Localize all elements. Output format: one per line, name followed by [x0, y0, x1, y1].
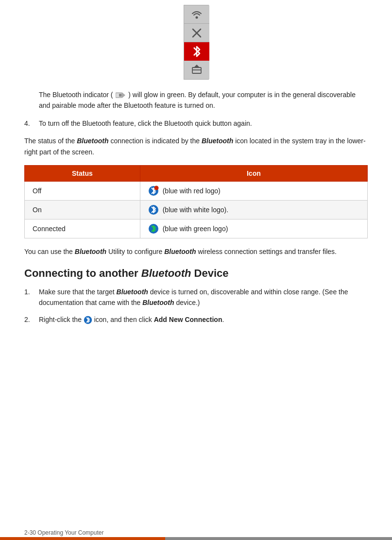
section-heading: Connecting to another Bluetooth Device — [24, 267, 368, 281]
step1: 1. Make sure that the target Bluetooth d… — [24, 287, 368, 308]
status-off-label: Off — [25, 181, 140, 200]
footer-bar-gray — [165, 537, 392, 540]
arrow-icon — [116, 91, 125, 99]
step1-end: device.) — [174, 299, 200, 306]
icon-on-label: (blue with white logo). — [163, 206, 228, 214]
utility-before: You can use the — [24, 248, 75, 255]
svg-point-0 — [195, 16, 198, 18]
step2-bt-icon — [84, 316, 92, 324]
table-row-connected: Connected (blue with green logo) — [25, 219, 368, 238]
bluetooth-active-icon — [191, 45, 202, 58]
step2-bold: Add New Connection — [154, 316, 222, 323]
step1-italic: Bluetooth — [117, 288, 148, 296]
footer-bar-orange — [0, 537, 165, 540]
bt-icon-off — [148, 186, 159, 196]
bt-arrow-indicator — [116, 91, 125, 99]
status-intro-para: The status of the Bluetooth connection i… — [24, 135, 368, 157]
card-icon — [190, 64, 203, 76]
status-connected-label: Connected — [25, 219, 140, 238]
card-icon-row — [184, 61, 209, 79]
step4-num: 4. — [24, 118, 39, 129]
svg-rect-8 — [119, 94, 121, 97]
wifi-icon — [190, 8, 204, 21]
status-intro-word1: Bluetooth — [77, 137, 108, 145]
step1-text: Make sure that the target Bluetooth devi… — [39, 287, 368, 308]
status-intro-mid: connection is indicated by the — [109, 137, 202, 145]
icon-connected-cell: (blue with green logo) — [140, 219, 367, 238]
utility-end: wireless connection settings and transfe… — [196, 248, 337, 255]
status-intro-before: The status of the — [24, 137, 77, 145]
table-row-on: On (blue with white logo). — [25, 200, 368, 219]
step4: 4. To turn off the Bluetooth feature, cl… — [24, 118, 368, 129]
icon-on-cell: (blue with white logo). — [140, 200, 367, 219]
svg-point-10 — [154, 186, 158, 190]
svg-marker-5 — [194, 65, 200, 68]
bluetooth-active-icon-row — [184, 42, 209, 61]
para1-text-before: The Bluetooth indicator ( — [39, 91, 113, 99]
utility-word2: Bluetooth — [164, 248, 196, 255]
step1-italic2: Bluetooth — [142, 299, 174, 306]
table-header-status: Status — [25, 165, 140, 181]
icon-off-label: (blue with red logo) — [163, 187, 221, 195]
scissors-icon — [190, 27, 203, 39]
scissors-icon-row — [184, 24, 209, 42]
svg-marker-7 — [122, 92, 125, 98]
top-image-area — [24, 5, 368, 80]
section-heading-after: Device — [191, 267, 228, 279]
table-row-off: Off (blue with red logo) — [25, 181, 368, 200]
icon-panel — [184, 5, 209, 80]
icon-off-cell: (blue with red logo) — [140, 181, 367, 200]
icon-on-content: (blue with white logo). — [148, 204, 359, 215]
status-intro-word2: Bluetooth — [202, 137, 233, 145]
bt-icon-on — [148, 204, 159, 215]
wifi-icon-row — [184, 5, 209, 24]
step2-before: Right-click the — [39, 316, 84, 323]
paragraph1: The Bluetooth indicator ( ) will glow in… — [39, 89, 368, 111]
bt-icon-connected — [148, 223, 159, 234]
step2-mid: icon, and then click — [94, 316, 154, 323]
step2: 2. Right-click the icon, and then click … — [24, 314, 368, 325]
utility-word1: Bluetooth — [75, 248, 106, 255]
utility-mid: Utility to configure — [106, 248, 164, 255]
table-header-icon: Icon — [140, 165, 367, 181]
svg-rect-3 — [192, 68, 201, 73]
status-table: Status Icon Off (blue with red logo) — [24, 165, 368, 238]
page-footer: 2-30 Operating Your Computer — [0, 525, 392, 540]
step1-num: 1. — [24, 287, 39, 308]
step2-text: Right-click the icon, and then click Add… — [39, 314, 368, 325]
bt-inline-icon — [84, 316, 92, 324]
icon-off-content: (blue with red logo) — [148, 186, 359, 196]
utility-para: You can use the Bluetooth Utility to con… — [24, 246, 368, 257]
section-heading-before: Connecting to another — [24, 267, 141, 279]
step1-before: Make sure that the target — [39, 288, 117, 296]
status-on-label: On — [25, 200, 140, 219]
icon-connected-label: (blue with green logo) — [163, 225, 228, 233]
icon-connected-content: (blue with green logo) — [148, 223, 359, 234]
step2-num: 2. — [24, 314, 39, 325]
step2-end: . — [222, 316, 224, 323]
page-content: The Bluetooth indicator ( ) will glow in… — [0, 0, 392, 370]
step4-text: To turn off the Bluetooth feature, click… — [39, 118, 368, 129]
section-heading-italic: Bluetooth — [141, 267, 191, 279]
